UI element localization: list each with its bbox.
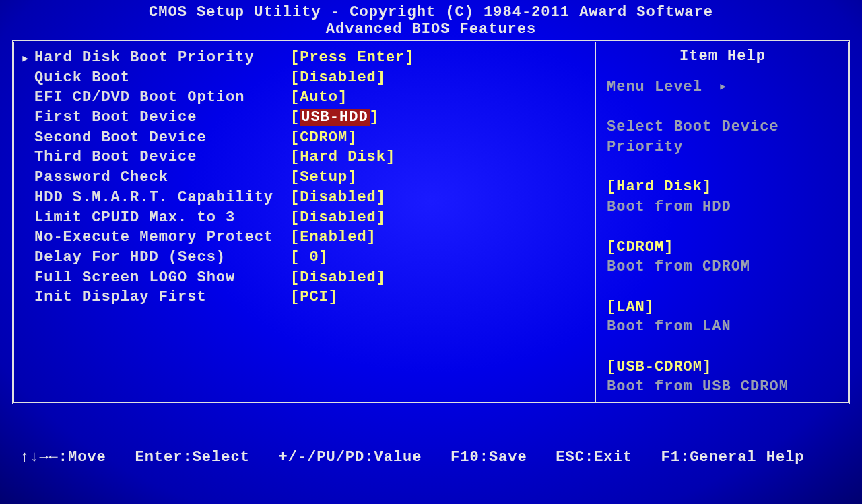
setting-second-boot-device[interactable]: Second Boot Device [CDROM] [34, 128, 587, 148]
setting-value: [Setup] [290, 168, 357, 188]
setting-label: No-Execute Memory Protect [34, 227, 290, 248]
setting-value: [Auto] [290, 87, 347, 108]
item-help-panel: Item Help Menu Level▸ Select Boot Device… [597, 42, 848, 402]
setting-first-boot-device[interactable]: First Boot Device [USB-HDD] [34, 108, 587, 128]
setting-value: [USB-HDD] [290, 108, 379, 128]
setting-value: [Disabled] [290, 188, 386, 208]
setting-no-execute-memory-protect[interactable]: No-Execute Memory Protect [Enabled] [34, 227, 587, 248]
setting-label: Hard Disk Boot Priority [34, 48, 290, 68]
setting-value: [Enabled] [290, 227, 376, 248]
bios-screen: CMOS Setup Utility - Copyright (C) 1984-… [0, 0, 862, 504]
selection-cursor-icon: ▸ [21, 49, 30, 67]
help-option-name: [USB-CDROM] [607, 357, 838, 377]
help-title: Item Help [607, 48, 838, 65]
footer-key-hints: ↑↓→←:Move Enter:Select +/-/PU/PD:Value F… [0, 407, 862, 504]
help-option-desc: Boot from CDROM [607, 257, 838, 277]
setting-hard-disk-boot-priority[interactable]: Hard Disk Boot Priority [Press Enter] [34, 48, 587, 68]
setting-label: Second Boot Device [34, 128, 290, 148]
header-title-line1: CMOS Setup Utility - Copyright (C) 1984-… [0, 4, 862, 21]
setting-full-screen-logo-show[interactable]: Full Screen LOGO Show [Disabled] [34, 268, 587, 288]
help-description: Select Boot Device Priority [607, 117, 838, 157]
setting-quick-boot[interactable]: Quick Boot [Disabled] [34, 68, 587, 88]
setting-label: HDD S.M.A.R.T. Capability [34, 188, 290, 208]
setting-label: Quick Boot [34, 68, 290, 88]
setting-value: [Press Enter] [290, 48, 415, 68]
settings-panel[interactable]: ▸ Hard Disk Boot Priority [Press Enter] … [14, 42, 597, 402]
setting-label: Delay For HDD (Secs) [34, 248, 290, 268]
setting-third-boot-device[interactable]: Third Boot Device [Hard Disk] [34, 147, 587, 168]
setting-value: [ 0] [290, 248, 329, 268]
setting-label: Full Screen LOGO Show [34, 268, 290, 288]
header-title-line2: Advanced BIOS Features [0, 21, 862, 38]
setting-password-check[interactable]: Password Check [Setup] [34, 168, 587, 188]
header: CMOS Setup Utility - Copyright (C) 1984-… [0, 0, 862, 40]
help-divider [597, 69, 848, 69]
setting-label: Third Boot Device [34, 147, 290, 168]
setting-label: Limit CPUID Max. to 3 [34, 208, 290, 228]
help-option-name: [CDROM] [607, 238, 838, 258]
setting-limit-cpuid-max[interactable]: Limit CPUID Max. to 3 [Disabled] [34, 208, 587, 228]
setting-efi-cd-dvd-boot-option[interactable]: EFI CD/DVD Boot Option [Auto] [34, 87, 587, 108]
help-option-desc: Boot from USB CDROM [607, 377, 838, 397]
highlighted-value: USB-HDD [300, 109, 369, 126]
help-option-name: [LAN] [607, 297, 838, 318]
setting-value: [PCI] [290, 287, 338, 308]
help-option-desc: Boot from HDD [607, 197, 838, 217]
setting-delay-for-hdd[interactable]: Delay For HDD (Secs) [ 0] [34, 248, 587, 268]
setting-value: [Disabled] [290, 208, 386, 228]
setting-label: First Boot Device [34, 108, 290, 128]
menu-level: Menu Level▸ [607, 77, 838, 98]
setting-label: Password Check [34, 168, 290, 188]
setting-value: [Disabled] [290, 68, 386, 88]
content-frame: ▸ Hard Disk Boot Priority [Press Enter] … [12, 40, 850, 404]
setting-init-display-first[interactable]: Init Display First [PCI] [34, 287, 587, 308]
help-body: Menu Level▸ Select Boot Device Priority … [607, 77, 838, 397]
setting-hdd-smart-capability[interactable]: HDD S.M.A.R.T. Capability [Disabled] [34, 188, 587, 208]
setting-value: [Hard Disk] [290, 147, 395, 168]
footer-line1: ↑↓→←:Move Enter:Select +/-/PU/PD:Value F… [20, 448, 842, 468]
chevron-right-icon: ▸ [719, 77, 728, 98]
setting-label: Init Display First [34, 287, 290, 308]
help-option-name: [Hard Disk] [607, 177, 838, 197]
setting-value: [Disabled] [290, 268, 386, 288]
help-option-desc: Boot from LAN [607, 317, 838, 337]
setting-label: EFI CD/DVD Boot Option [34, 87, 290, 108]
setting-value: [CDROM] [290, 128, 357, 148]
